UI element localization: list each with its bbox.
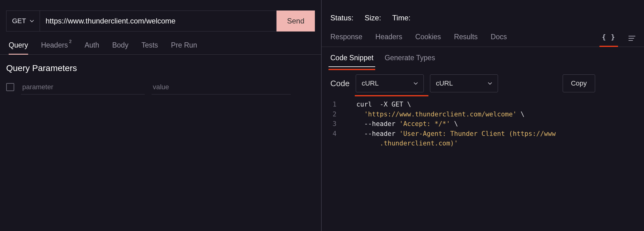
subtab-code-snippet[interactable]: Code Snippet [330, 54, 373, 66]
lines-view-button[interactable] [629, 36, 635, 47]
code-line: 4 --header 'User-Agent: Thunder Client (… [330, 129, 635, 139]
param-value-input[interactable] [152, 80, 291, 94]
chevron-down-icon [414, 81, 418, 86]
code-line: 2 'https://www.thunderclient.com/welcome… [330, 110, 635, 120]
tab-headers[interactable]: Headers2 [41, 41, 72, 54]
time-label: Time: [392, 14, 410, 22]
tab-query[interactable]: Query [9, 41, 28, 54]
param-key-input[interactable] [21, 80, 145, 94]
code-view-button[interactable]: { } [602, 33, 616, 47]
tab-body[interactable]: Body [112, 41, 128, 54]
code-line: 3 --header 'Accept: */*' \ [330, 119, 635, 129]
lines-icon [629, 36, 635, 41]
param-row [0, 80, 321, 94]
tab-auth[interactable]: Auth [84, 41, 99, 54]
tab-results[interactable]: Results [454, 33, 478, 47]
tab-headers-badge: 2 [69, 39, 72, 44]
code-line: .thunderclient.com)' [330, 139, 635, 149]
http-method-select[interactable]: GET [6, 10, 40, 32]
tab-response[interactable]: Response [330, 33, 363, 47]
url-input[interactable] [40, 10, 277, 32]
braces-icon: { } [602, 33, 616, 41]
code-language-select[interactable]: cURL [356, 74, 424, 92]
tab-tests[interactable]: Tests [141, 41, 158, 54]
code-label: Code [330, 79, 350, 88]
tab-docs[interactable]: Docs [491, 33, 507, 47]
code-subtabs: Code Snippet Generate Types [322, 47, 644, 66]
tab-cookies[interactable]: Cookies [415, 33, 441, 47]
chevron-down-icon [30, 19, 34, 23]
chevron-down-icon [488, 81, 492, 86]
query-parameters-title: Query Parameters [0, 55, 321, 80]
send-button[interactable]: Send [277, 10, 315, 32]
request-tabs: Query Headers2 Auth Body Tests Pre Run [0, 32, 321, 55]
subtab-generate-types[interactable]: Generate Types [384, 54, 435, 66]
status-label: Status: [330, 14, 354, 22]
code-snippet-block[interactable]: 1 curl -X GET \ 2 'https://www.thundercl… [322, 92, 644, 149]
tab-headers-label: Headers [41, 41, 68, 49]
copy-button[interactable]: Copy [563, 74, 595, 92]
response-tabs: Response Headers Cookies Results Docs { … [322, 22, 644, 47]
param-enable-checkbox[interactable] [6, 83, 14, 91]
code-variant-value: cURL [436, 79, 453, 87]
code-line: 1 curl -X GET \ [330, 100, 635, 110]
status-row: Status: Size: Time: [322, 0, 644, 22]
tab-resp-headers[interactable]: Headers [376, 33, 402, 47]
code-language-value: cURL [362, 79, 379, 87]
size-label: Size: [365, 14, 381, 22]
tab-prerun[interactable]: Pre Run [171, 41, 197, 54]
code-variant-select[interactable]: cURL [430, 74, 498, 92]
http-method-value: GET [12, 17, 26, 25]
